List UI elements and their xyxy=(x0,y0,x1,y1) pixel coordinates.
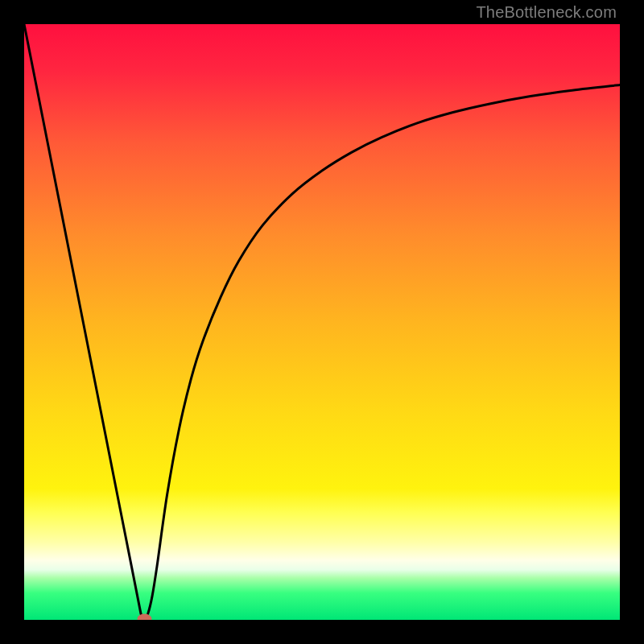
minimum-marker xyxy=(24,24,620,620)
svg-point-1 xyxy=(137,614,151,620)
bottleneck-chart xyxy=(24,24,620,620)
watermark-text: TheBottleneck.com xyxy=(476,3,617,22)
